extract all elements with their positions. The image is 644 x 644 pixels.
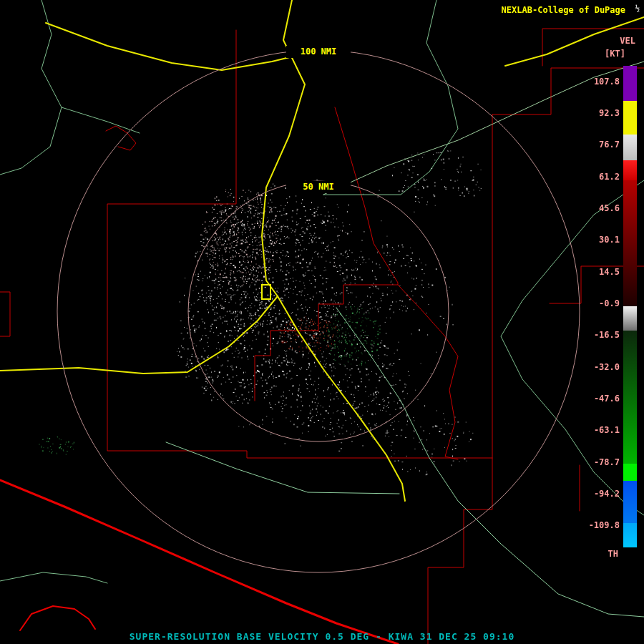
highway-bottom-crossing (166, 442, 399, 494)
river-top-left-branch (62, 107, 140, 133)
county-line-left-edge (0, 292, 10, 336)
interstate-10-west (0, 296, 278, 374)
interstate-17 (262, 0, 305, 296)
highway-top-right (505, 17, 644, 66)
river-top-left (0, 0, 62, 175)
county-line-west (107, 30, 492, 458)
international-border (0, 480, 398, 644)
county-line-right-mid (550, 266, 644, 303)
county-curl-northwest (106, 126, 136, 150)
radar-display: NEXLAB-College of DuPage ½ VEL [KT] 107.… (0, 0, 644, 644)
county-line-central-stair (255, 107, 398, 401)
interstate-10-east (278, 296, 405, 501)
radar-site-marker (262, 285, 270, 299)
border-road-curl (20, 606, 95, 630)
road-bottom-left (0, 572, 107, 583)
river-east-meander (501, 180, 644, 515)
highway-southeast (336, 308, 644, 617)
county-line-northeast (492, 68, 644, 114)
map-overlay (0, 0, 644, 644)
county-line-east-south (428, 114, 492, 644)
highway-top-left (46, 23, 319, 70)
highway-northeast-diagonal (323, 62, 644, 195)
river-verde (323, 0, 458, 195)
